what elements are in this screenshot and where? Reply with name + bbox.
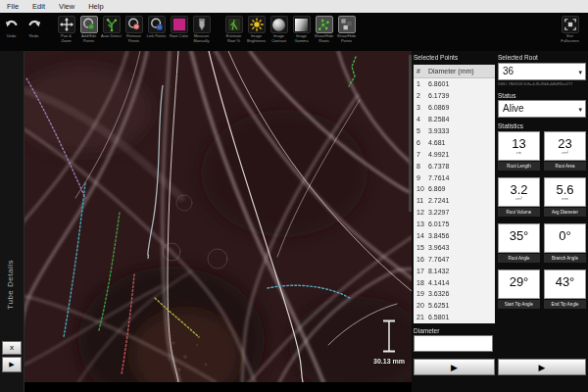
- stat-branch-angle: 0°Branch Angle: [544, 223, 586, 263]
- close-panel-button[interactable]: x: [2, 341, 22, 355]
- toolbar-add-edit-points-button[interactable]: Add/Edit Points: [78, 16, 99, 43]
- point-row[interactable]: 86.7378: [414, 160, 495, 172]
- diameter-input[interactable]: [414, 335, 493, 352]
- point-row[interactable]: 74.9921: [414, 148, 495, 160]
- selected-root-play-button[interactable]: ▶: [498, 359, 586, 375]
- toolbar-button-label: Show/Hide Points: [336, 34, 358, 43]
- show-hide-points-icon: [340, 18, 354, 31]
- point-row[interactable]: 106.869: [414, 183, 495, 195]
- play-icon: ▶: [9, 361, 14, 368]
- chevron-down-icon: ▾: [578, 65, 582, 80]
- remove-points-icon: [127, 18, 141, 31]
- toolbar-button-label: Estimate Root %: [223, 34, 245, 43]
- measure-manually-icon: [195, 18, 209, 31]
- point-row[interactable]: 97.7614: [414, 172, 495, 183]
- add-edit-points-icon: [82, 18, 96, 31]
- toolbar-button-label: Root Color: [169, 34, 190, 39]
- toolbar-button-label: Exit Fullscreen: [560, 34, 581, 43]
- stat-root-volume: 3.2cm³Root Volume: [498, 177, 540, 217]
- point-row[interactable]: 36.0869: [414, 102, 495, 114]
- points-table-header: # Diameter (mm): [414, 65, 495, 78]
- point-row[interactable]: 167.7647: [414, 253, 495, 265]
- toolbar-remove-points-button[interactable]: Remove Points: [123, 16, 144, 43]
- sidebar-play-button[interactable]: ▶: [2, 357, 22, 372]
- selected-root-value: 36: [503, 66, 514, 76]
- toolbar-button-label: Remove Points: [123, 34, 145, 43]
- toolbar-image-gamma-button[interactable]: Image Gamma: [291, 16, 312, 43]
- toolbar-show-hide-points-button[interactable]: Show/Hide Points: [336, 16, 357, 43]
- point-row[interactable]: 205.6251: [414, 300, 495, 312]
- point-row[interactable]: 53.9333: [414, 125, 495, 137]
- menu-file[interactable]: File: [0, 0, 25, 13]
- point-row[interactable]: 136.0175: [414, 219, 495, 230]
- point-row[interactable]: 16.8601: [414, 78, 495, 90]
- stat-avg-diameter: 5.6mmAvg Diameter: [544, 177, 586, 217]
- link-points-icon: [150, 18, 164, 31]
- toolbar-pan-zoom-button[interactable]: Pan & Zoom: [56, 16, 76, 43]
- toolbar-measure-manually-button[interactable]: Measure Manually: [191, 16, 212, 43]
- point-row[interactable]: 216.5801: [414, 312, 495, 323]
- statistics-label: Statistics: [498, 122, 523, 129]
- redo-icon: [27, 18, 41, 31]
- chevron-down-icon: ▾: [578, 102, 582, 118]
- point-row[interactable]: 123.2297: [414, 207, 495, 219]
- app-window: FileEditViewHelp UndoRedoPan & ZoomAdd/E…: [0, 0, 588, 392]
- show-hide-roots-icon: [318, 18, 331, 31]
- scale-bar-icon: [382, 319, 396, 353]
- stat-root-area: 23cm²Root Area: [544, 131, 586, 171]
- menu-view[interactable]: View: [52, 0, 81, 13]
- toolbar-button-label: Measure Manually: [191, 34, 213, 43]
- points-table: # Diameter (mm) 16.860126.173936.086948.…: [414, 65, 495, 323]
- point-row[interactable]: 112.7241: [414, 195, 495, 207]
- status-label: Status: [498, 92, 515, 99]
- toolbar-redo-button[interactable]: Redo: [24, 16, 44, 39]
- pan-zoom-icon: [60, 18, 74, 31]
- tube-details-tab[interactable]: Tube Details: [6, 260, 15, 310]
- root-color-icon: [172, 18, 186, 31]
- toolbar-root-color-button[interactable]: Root Color: [169, 16, 189, 39]
- point-row[interactable]: 64.681: [414, 136, 495, 148]
- point-row[interactable]: 178.1432: [414, 265, 495, 276]
- toolbar-button-label: Redo: [24, 34, 45, 39]
- point-row[interactable]: 184.1414: [414, 276, 495, 288]
- toolbar-link-points-button[interactable]: Link Points: [146, 16, 167, 39]
- root-scan-image: [24, 51, 412, 382]
- statistics-grid: 13cmRoot Length23cm²Root Area3.2cm³Root …: [498, 131, 586, 309]
- toolbar-auto-detect-button[interactable]: Auto Detect: [101, 16, 122, 39]
- point-row[interactable]: 26.1739: [414, 90, 495, 102]
- toolbar-estimate-root-button[interactable]: Estimate Root %: [223, 16, 244, 43]
- toolbar-show-hide-roots-button[interactable]: Show/Hide Roots: [314, 16, 334, 43]
- undo-icon: [5, 18, 19, 31]
- toolbar-button-label: Link Points: [146, 34, 168, 39]
- selected-root-title: Selected Root: [498, 54, 538, 61]
- toolbar-undo-button[interactable]: Undo: [1, 16, 22, 39]
- toolbar-button-label: Auto Detect: [101, 34, 122, 39]
- image-viewport[interactable]: 30.13 mm: [24, 51, 412, 392]
- selected-points-title: Selected Points: [414, 54, 458, 61]
- estimate-root-icon: [227, 18, 241, 31]
- point-row[interactable]: 193.6326: [414, 288, 495, 300]
- toolbar-button-label: Image Contrast: [269, 34, 290, 43]
- points-table-body: 16.860126.173936.086948.258453.933364.68…: [414, 78, 495, 323]
- stat-end-tip-angle: 43°End Tip Angle: [544, 270, 586, 309]
- point-row[interactable]: 143.8456: [414, 230, 495, 242]
- toolbar-button-label: Undo: [1, 34, 23, 39]
- menu-help[interactable]: Help: [81, 0, 110, 13]
- toolbar-image-contrast-button[interactable]: Image Contrast: [269, 16, 289, 43]
- stat-root-length: 13cmRoot Length: [498, 131, 540, 171]
- scale-bar: 30.13 mm: [368, 319, 411, 365]
- play-icon: ▶: [539, 363, 546, 372]
- selected-points-play-button[interactable]: ▶: [414, 359, 495, 375]
- scale-bar-label: 30.13 mm: [368, 358, 411, 365]
- column-number: #: [414, 68, 428, 74]
- fullscreen-icon: [564, 18, 577, 31]
- toolbar: UndoRedoPan & ZoomAdd/Edit PointsAuto De…: [0, 13, 588, 51]
- point-row[interactable]: 48.2584: [414, 114, 495, 125]
- toolbar-exit-fullscreen-button[interactable]: Exit Fullscreen: [560, 16, 580, 43]
- contrast-sphere-icon: [272, 18, 286, 31]
- menu-edit[interactable]: Edit: [25, 0, 52, 13]
- point-row[interactable]: 153.9643: [414, 241, 495, 253]
- toolbar-image-brightness-button[interactable]: Image Brightness: [246, 16, 267, 43]
- status-dropdown[interactable]: Alive ▾: [498, 100, 586, 118]
- selected-root-dropdown[interactable]: 36 ▾: [498, 63, 586, 80]
